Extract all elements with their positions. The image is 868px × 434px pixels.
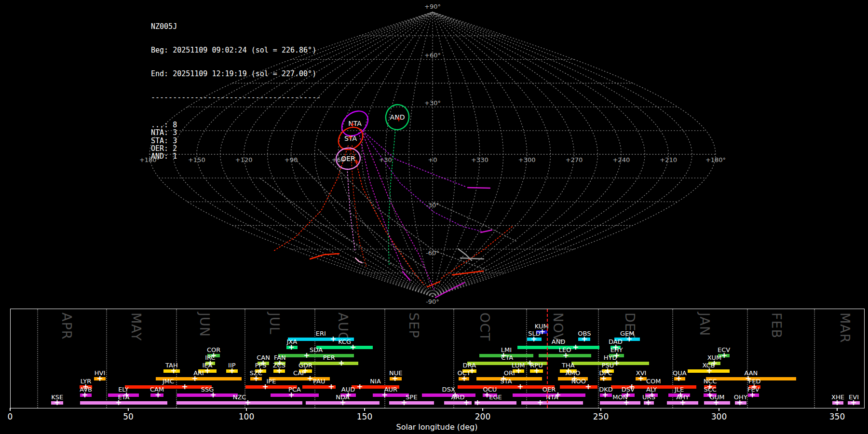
radiant-label-STA: STA bbox=[344, 135, 357, 142]
shower-bar-NOO bbox=[560, 385, 597, 389]
shower-bar-STA bbox=[458, 385, 555, 389]
shower-peak-marker-ECV: + bbox=[721, 352, 727, 359]
latitude-label: -60° bbox=[426, 249, 439, 257]
activity-timeline-chart: APRMAYJUNJULAUGSEPOCTNOVDECJANFEBMARKUM+… bbox=[10, 309, 865, 408]
shower-peak-marker-AND: + bbox=[572, 343, 579, 351]
shower-peak-marker-AHY: + bbox=[679, 399, 686, 407]
shower-peak-marker-SSG: + bbox=[210, 391, 216, 399]
longitude-label: +270 bbox=[566, 156, 583, 163]
shower-peak-marker-IEA: + bbox=[204, 367, 210, 375]
shower-peak-marker-OHY: + bbox=[736, 399, 743, 407]
latitude-label: +30° bbox=[424, 99, 441, 107]
x-tick bbox=[364, 408, 365, 411]
shower-peak-marker-URS: + bbox=[645, 399, 651, 407]
meteor-trail bbox=[260, 178, 420, 277]
month-label-MAY: MAY bbox=[129, 312, 144, 341]
shower-peak-marker-ETA: + bbox=[115, 399, 122, 407]
shower-bar-ETA bbox=[80, 401, 167, 405]
observation-legend: NZ005J Beg: 20251109 09:02:24 (sol = 226… bbox=[151, 7, 321, 176]
shower-peak-marker-RPU: + bbox=[534, 367, 540, 375]
shower-label-KCG: KCG bbox=[338, 339, 351, 345]
shower-peak-marker-OBS: + bbox=[581, 335, 587, 343]
shower-peak-marker-DPC: + bbox=[600, 375, 607, 382]
latitude-label: +90° bbox=[424, 3, 441, 10]
shower-peak-marker-NZC: + bbox=[244, 399, 251, 407]
begin-time: Beg: 20251109 09:02:24 (sol = 226.86°) bbox=[151, 46, 321, 54]
shower-peak-marker-PAU: + bbox=[328, 383, 334, 391]
shower-bar-AUR bbox=[373, 393, 409, 397]
meteor-trail bbox=[347, 169, 355, 251]
shower-bar-NTA bbox=[521, 401, 583, 405]
meteor-trail bbox=[481, 230, 492, 232]
shower-peak-marker-SLD: + bbox=[530, 335, 537, 343]
meteor-trail bbox=[388, 129, 395, 266]
shower-bar-NZC bbox=[176, 401, 302, 405]
x-tick bbox=[246, 408, 247, 411]
shower-peak-marker-KSE: + bbox=[54, 399, 60, 407]
x-tick-label: 100 bbox=[239, 412, 254, 421]
month-label-JUL: JUL bbox=[267, 312, 282, 335]
shower-peak-marker-FEV: + bbox=[749, 391, 755, 399]
shower-peak-marker-NOO: + bbox=[585, 383, 591, 391]
month-label-FEB: FEB bbox=[769, 312, 784, 339]
month-label-OCT: OCT bbox=[477, 312, 492, 341]
shower-peak-marker-GUM: + bbox=[713, 399, 719, 407]
radiant-label-NTA: NTA bbox=[348, 120, 362, 127]
longitude-label: +240 bbox=[612, 156, 630, 163]
month-label-SEP: SEP bbox=[407, 312, 421, 338]
shower-label-EGE: EGE bbox=[489, 394, 502, 400]
x-tick bbox=[837, 408, 838, 411]
shower-label-SDA: SDA bbox=[310, 347, 323, 353]
x-axis-label: Solar longitude (deg) bbox=[10, 422, 864, 432]
radiant-label-OER: OER bbox=[341, 155, 355, 163]
shower-label-AND: AND bbox=[552, 339, 566, 345]
shower-label-CTA: CTA bbox=[501, 354, 513, 361]
shower-label-SPE: SPE bbox=[406, 394, 417, 400]
longitude-label: +210 bbox=[660, 156, 677, 163]
shower-peak-marker-NDA: + bbox=[339, 399, 346, 407]
x-tick bbox=[482, 408, 483, 411]
count-line-AND: AND: 1 bbox=[151, 152, 321, 160]
month-gridline-APR bbox=[37, 309, 38, 408]
month-gridline-MAR bbox=[814, 309, 815, 408]
shower-peak-marker-XHE: + bbox=[834, 399, 840, 407]
shower-label-PER: PER bbox=[323, 354, 335, 361]
longitude-label: +300 bbox=[518, 156, 536, 163]
shower-bar-JMC bbox=[125, 385, 212, 389]
count-line-dotdotdot: ...: 8 bbox=[151, 121, 321, 129]
shower-peak-marker-SPE: + bbox=[401, 399, 407, 407]
shower-peak-marker-AUR: + bbox=[381, 391, 388, 399]
x-tick bbox=[719, 408, 719, 411]
x-tick-label: 0 bbox=[8, 412, 13, 421]
meteor-radiant-screen: { "header": { "station": "NZ005J", "beg_… bbox=[0, 0, 868, 434]
shower-peak-marker-NIA: + bbox=[357, 383, 363, 391]
month-label-APR: APR bbox=[59, 312, 74, 340]
month-gridline-DEC bbox=[598, 309, 599, 408]
shower-peak-marker-QUA: + bbox=[676, 375, 682, 382]
shower-peak-marker-CAP: + bbox=[307, 375, 313, 382]
latitude-label: -90° bbox=[426, 298, 439, 305]
shower-label-CAP: CAP bbox=[293, 370, 306, 376]
shower-peak-marker-KCG: + bbox=[350, 343, 356, 351]
shower-label-ERI: ERI bbox=[316, 330, 326, 337]
meteor-trail bbox=[461, 258, 484, 259]
shower-peak-marker-JXA: + bbox=[288, 343, 294, 351]
shower-peak-marker-HYD: + bbox=[613, 359, 620, 367]
x-tick-label: 300 bbox=[711, 412, 727, 421]
shower-peak-marker-JMC: + bbox=[181, 383, 188, 391]
meteor-trail bbox=[362, 131, 434, 289]
shower-bar-PCA bbox=[271, 393, 319, 397]
month-label-JUN: JUN bbox=[197, 312, 212, 337]
shower-peak-marker-TAH: + bbox=[170, 367, 176, 375]
shower-bar-DSX bbox=[422, 393, 475, 397]
solar-longitude-axis: Solar longitude (deg) 050100150200250300… bbox=[10, 408, 864, 434]
shower-bar-KCG bbox=[316, 346, 373, 349]
count-line-NTA: NTA: 3 bbox=[151, 129, 321, 136]
longitude-label: +0 bbox=[428, 156, 437, 163]
count-line-OER: OER: 2 bbox=[151, 145, 321, 152]
shower-bar-SPE bbox=[389, 401, 434, 405]
shower-peak-marker-ARI: + bbox=[191, 375, 198, 382]
shower-label-NZC: NZC bbox=[233, 394, 246, 400]
shower-bar-SSG bbox=[177, 393, 238, 397]
x-tick bbox=[10, 408, 11, 411]
